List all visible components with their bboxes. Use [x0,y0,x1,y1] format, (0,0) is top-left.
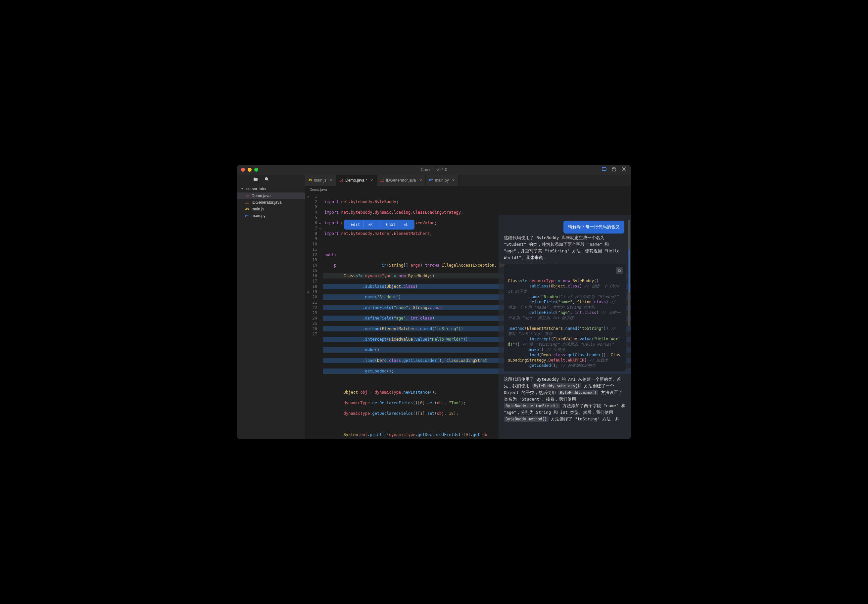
window-title: Cursor - v0.1.0 [421,167,447,172]
editor-main: JS main.js × ⎇ Demo.java * × ⎇ IDGenerat… [305,175,631,439]
folder-row[interactable]: cursor-tutor [237,185,305,193]
close-icon[interactable]: × [330,178,332,183]
close-icon[interactable]: × [370,178,373,183]
wave-icon[interactable] [611,166,617,173]
svg-point-3 [623,168,625,170]
svg-rect-0 [602,168,606,171]
svg-point-4 [265,178,268,180]
folder-label: cursor-tutor [246,187,267,191]
file-row-demo[interactable]: ⎇ Demo.java [237,193,305,199]
close-icon[interactable]: × [452,178,455,183]
svg-point-1 [603,169,604,169]
js-file-icon: JS [244,207,250,211]
chat-panel: 请解释下每一行代码的含义 这段代码使用了 ByteBuddy 库来动态生成一个名… [499,215,631,439]
chat-paragraph: 这段代码使用了 ByteBuddy 库来动态生成一个名为 "Student" 的… [504,235,626,261]
svg-point-2 [604,169,605,169]
settings-icon[interactable] [621,166,627,173]
maximize-window-button[interactable] [254,168,258,171]
tab-mainjs[interactable]: JS main.js × [305,175,336,186]
ai-icon[interactable] [601,166,607,173]
chat-action-button[interactable]: Chat ⌘L [380,219,414,230]
js-file-icon: JS [308,179,312,182]
java-class-icon: ⎇ [244,194,250,198]
svg-rect-5 [619,270,621,272]
code-editor[interactable]: 12345 678910 1112131415 1617181920 21222… [305,193,631,439]
copy-button[interactable] [616,267,623,274]
editor-tabs: JS main.js × ⎇ Demo.java * × ⎇ IDGenerat… [305,175,631,186]
breadcrumb[interactable]: Demo.java [305,186,631,193]
line-number-gutter: 12345 678910 1112131415 1617181920 21222… [305,193,323,439]
file-explorer-sidebar: cursor-tutor ⎇ Demo.java ⎇ IDGenerator.j… [237,175,305,439]
editor-scrollbar[interactable] [627,219,630,433]
file-row-mainjs[interactable]: JS main.js [237,206,305,212]
app-window: Cursor - v0.1.0 cursor-tutor ⎇ [237,165,631,439]
close-window-button[interactable] [241,168,245,171]
file-row-mainpy[interactable]: PY main.py [237,212,305,219]
close-icon[interactable]: × [419,178,422,183]
search-icon[interactable] [264,177,270,183]
py-file-icon: PY [244,214,250,217]
tab-demo[interactable]: ⎇ Demo.java * × [336,175,377,186]
java-class-icon: ⎇ [244,201,250,204]
edit-action-button[interactable]: Edit ⌘K [344,219,380,230]
java-class-icon: ⎇ [339,179,343,182]
titlebar: Cursor - v0.1.0 [237,165,631,175]
svg-rect-6 [618,269,620,271]
user-chat-bubble: 请解释下每一行代码的含义 [563,221,625,233]
explorer-folder-icon[interactable] [253,177,258,183]
window-controls [241,168,258,171]
py-file-icon: PY [429,179,433,182]
file-row-idgenerator[interactable]: ⎇ IDGenerator.java [237,199,305,206]
minimize-window-button[interactable] [248,168,252,171]
tab-idgenerator[interactable]: ⎇ IDGenerator.java × [377,175,426,186]
java-class-icon: ⎇ [380,179,384,182]
inline-action-popup: Edit ⌘K Chat ⌘L [344,219,414,230]
chat-code-block: Class<?> dynamicType = new ByteBuddy() .… [504,264,626,371]
tab-mainpy[interactable]: PY main.py × [426,175,459,186]
chat-paragraph-2: 这段代码使用了 ByteBuddy 的 API 来创建一个新的类。首先，我们使用… [504,376,626,422]
